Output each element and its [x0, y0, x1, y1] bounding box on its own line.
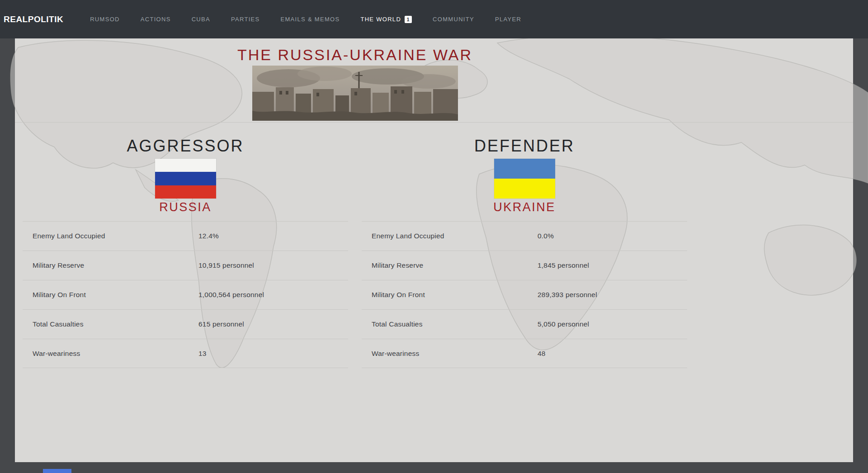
defender-country-name: UKRAINE [355, 200, 694, 214]
nav-item-emails-memos[interactable]: EMAILS & MEMOS [270, 11, 350, 27]
stat-label: Enemy Land Occupied [33, 232, 198, 240]
stat-row: War-weariness 13 [23, 339, 348, 368]
stat-value: 289,393 personnel [538, 291, 597, 299]
flag-stripe [494, 179, 555, 199]
bottom-blue-element [43, 469, 71, 473]
main-content: THE RUSSIA-UKRAINE WAR [16, 38, 694, 368]
nav-item-actions[interactable]: ACTIONS [130, 11, 181, 27]
stat-value: 1,845 personnel [538, 261, 589, 270]
defender-role-label: DEFENDER [355, 137, 694, 155]
stat-value: 13 [198, 350, 207, 358]
nav-item-label: THE WORLD [360, 16, 401, 23]
war-comparison: AGGRESSOR RUSSIA Enemy Land Occupied 12.… [16, 137, 694, 368]
aggressor-column: AGGRESSOR RUSSIA Enemy Land Occupied 12.… [16, 137, 355, 368]
top-nav: REALPOLITIK RUMSOD ACTIONS CUBA PARTIES … [0, 0, 868, 38]
war-image [252, 66, 458, 121]
stat-label: Military Reserve [372, 261, 538, 270]
stat-row: Military Reserve 10,915 personnel [23, 251, 348, 280]
ukraine-flag [494, 159, 555, 199]
stat-label: War-weariness [372, 350, 538, 358]
aggressor-role-label: AGGRESSOR [16, 137, 355, 155]
flag-stripe [494, 159, 555, 179]
stat-label: Military Reserve [33, 261, 198, 270]
the-world-badge: 1 [405, 16, 412, 23]
stat-row: Enemy Land Occupied 0.0% [362, 221, 687, 251]
defender-column: DEFENDER UKRAINE Enemy Land Occupied 0.0… [355, 137, 694, 368]
stat-row: Total Casualties 615 personnel [23, 309, 348, 339]
stat-row: Military Reserve 1,845 personnel [362, 251, 687, 280]
stat-row: Total Casualties 5,050 personnel [362, 309, 687, 339]
stat-label: Military On Front [33, 291, 198, 299]
stat-value: 0.0% [538, 232, 554, 240]
page-title: THE RUSSIA-UKRAINE WAR [16, 46, 694, 64]
page-area: THE RUSSIA-UKRAINE WAR [0, 38, 868, 473]
flag-stripe [155, 159, 216, 172]
russia-flag [155, 159, 216, 199]
nav-item-rumsod[interactable]: RUMSOD [80, 11, 130, 27]
stat-label: Military On Front [372, 291, 538, 299]
nav-item-the-world[interactable]: THE WORLD 1 [350, 11, 422, 28]
stat-row: War-weariness 48 [362, 339, 687, 368]
stat-row: Military On Front 1,000,564 personnel [23, 280, 348, 309]
stat-label: Enemy Land Occupied [372, 232, 538, 240]
stat-value: 615 personnel [198, 320, 244, 328]
stat-row: Military On Front 289,393 personnel [362, 280, 687, 309]
stat-label: War-weariness [33, 350, 198, 358]
stat-value: 48 [538, 350, 546, 358]
stat-label: Total Casualties [33, 320, 198, 328]
brand-logo[interactable]: REALPOLITIK [4, 14, 63, 24]
aggressor-stats-table: Enemy Land Occupied 12.4% Military Reser… [23, 221, 348, 368]
flag-stripe [155, 172, 216, 185]
defender-stats-table: Enemy Land Occupied 0.0% Military Reserv… [362, 221, 687, 368]
stat-label: Total Casualties [372, 320, 538, 328]
stat-value: 1,000,564 personnel [198, 291, 264, 299]
nav-item-cuba[interactable]: CUBA [181, 11, 221, 27]
nav-item-player[interactable]: PLAYER [485, 11, 532, 27]
nav-item-community[interactable]: COMMUNITY [422, 11, 485, 27]
flag-stripe [155, 185, 216, 199]
stat-value: 5,050 personnel [538, 320, 589, 328]
stat-value: 12.4% [198, 232, 219, 240]
aggressor-country-name: RUSSIA [16, 200, 355, 214]
nav-item-parties[interactable]: PARTIES [221, 11, 270, 27]
stat-row: Enemy Land Occupied 12.4% [23, 221, 348, 251]
stat-value: 10,915 personnel [198, 261, 254, 270]
